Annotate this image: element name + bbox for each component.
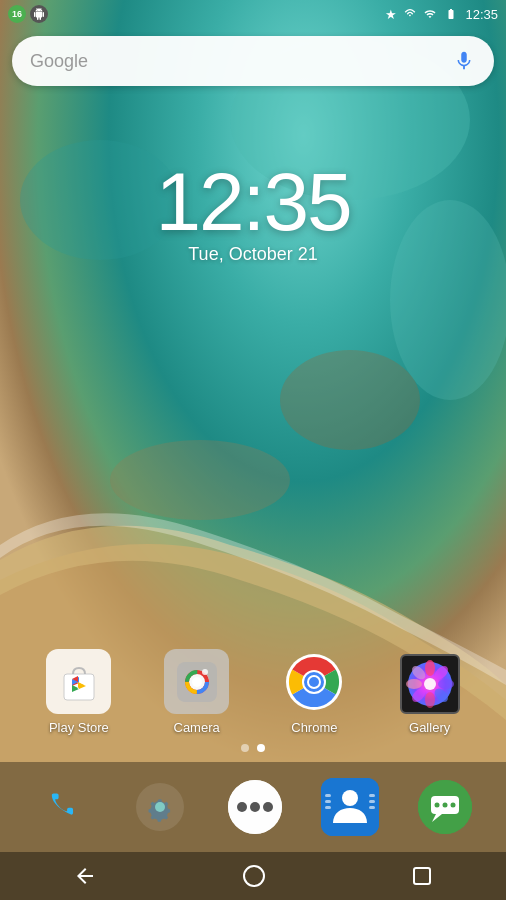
app-camera[interactable]: Camera	[164, 649, 229, 735]
status-left: 16	[8, 5, 48, 23]
svg-point-40	[342, 790, 358, 806]
dock	[0, 762, 506, 852]
clock-widget: 12:35 Tue, October 21	[0, 155, 506, 265]
android-icon	[30, 5, 48, 23]
signal-icon	[423, 8, 437, 20]
camera-label: Camera	[174, 720, 220, 735]
svg-rect-45	[369, 800, 375, 803]
nav-bar	[0, 852, 506, 900]
svg-point-5	[110, 440, 290, 520]
notification-badge-16: 16	[8, 5, 26, 23]
svg-point-51	[442, 803, 447, 808]
svg-point-36	[237, 802, 247, 812]
status-right: ★ 12:35	[385, 7, 498, 22]
svg-point-37	[250, 802, 260, 812]
svg-rect-46	[369, 806, 375, 809]
page-dots	[0, 744, 506, 752]
svg-rect-42	[325, 800, 331, 803]
play-store-label: Play Store	[49, 720, 109, 735]
svg-point-15	[192, 677, 202, 687]
search-bar[interactable]: Google	[12, 36, 494, 86]
clock-date: Tue, October 21	[0, 244, 506, 265]
dock-settings[interactable]	[131, 778, 189, 836]
back-button[interactable]	[73, 864, 97, 888]
app-gallery[interactable]: Gallery	[400, 654, 460, 735]
app-play-store[interactable]: Play Store	[46, 649, 111, 735]
svg-point-25	[438, 679, 454, 689]
clock-time: 12:35	[0, 155, 506, 249]
svg-point-38	[263, 802, 273, 812]
recents-button[interactable]	[411, 865, 433, 887]
status-clock: 12:35	[465, 7, 498, 22]
star-icon: ★	[385, 7, 397, 22]
svg-rect-41	[325, 794, 331, 797]
mic-icon[interactable]	[452, 49, 476, 73]
home-button[interactable]	[242, 864, 266, 888]
gallery-icon-bg	[400, 654, 460, 714]
page-dot-2[interactable]	[257, 744, 265, 752]
svg-point-4	[280, 350, 420, 450]
search-placeholder: Google	[30, 51, 452, 72]
status-bar: 16 ★ 12:35	[0, 0, 506, 28]
camera-icon-bg	[164, 649, 229, 714]
svg-point-31	[424, 678, 436, 690]
svg-point-53	[244, 866, 264, 886]
svg-point-16	[202, 669, 208, 675]
svg-point-27	[425, 692, 435, 708]
svg-rect-43	[325, 806, 331, 809]
svg-point-29	[406, 679, 422, 689]
dock-contacts[interactable]	[321, 778, 379, 836]
battery-icon	[442, 8, 460, 20]
app-row: Play Store Camera	[0, 649, 506, 735]
svg-point-23	[425, 660, 435, 676]
wifi-icon	[402, 8, 418, 20]
svg-point-21	[309, 677, 319, 687]
dock-launcher[interactable]	[228, 780, 282, 834]
gallery-label: Gallery	[409, 720, 450, 735]
play-store-icon	[46, 649, 111, 714]
dock-phone[interactable]	[34, 778, 92, 836]
chrome-label: Chrome	[291, 720, 337, 735]
page-dot-1[interactable]	[241, 744, 249, 752]
chrome-icon-bg	[282, 649, 347, 714]
app-chrome[interactable]: Chrome	[282, 649, 347, 735]
svg-point-50	[434, 803, 439, 808]
svg-point-34	[155, 802, 165, 812]
dock-hangouts[interactable]	[418, 780, 472, 834]
svg-rect-54	[414, 868, 430, 884]
svg-rect-44	[369, 794, 375, 797]
svg-point-52	[450, 803, 455, 808]
svg-point-32	[42, 786, 84, 828]
